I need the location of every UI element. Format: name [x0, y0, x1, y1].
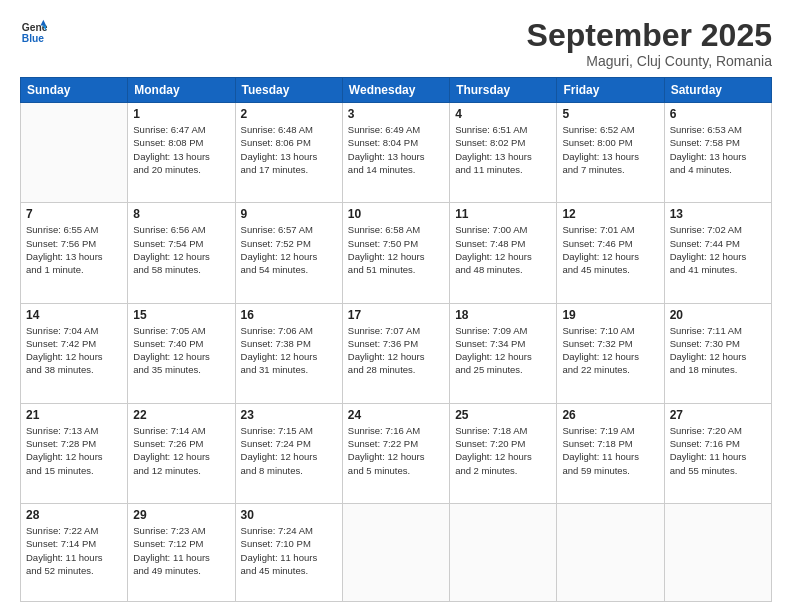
table-row: 28Sunrise: 7:22 AMSunset: 7:14 PMDayligh… — [21, 504, 128, 602]
day-info: Sunrise: 7:24 AMSunset: 7:10 PMDaylight:… — [241, 524, 337, 577]
day-number: 19 — [562, 308, 658, 322]
table-row — [21, 103, 128, 203]
table-row: 30Sunrise: 7:24 AMSunset: 7:10 PMDayligh… — [235, 504, 342, 602]
header-friday: Friday — [557, 78, 664, 103]
day-number: 23 — [241, 408, 337, 422]
table-row: 5Sunrise: 6:52 AMSunset: 8:00 PMDaylight… — [557, 103, 664, 203]
day-number: 22 — [133, 408, 229, 422]
day-info: Sunrise: 7:23 AMSunset: 7:12 PMDaylight:… — [133, 524, 229, 577]
day-number: 5 — [562, 107, 658, 121]
day-info: Sunrise: 7:19 AMSunset: 7:18 PMDaylight:… — [562, 424, 658, 477]
table-row — [450, 504, 557, 602]
day-number: 18 — [455, 308, 551, 322]
day-info: Sunrise: 6:56 AMSunset: 7:54 PMDaylight:… — [133, 223, 229, 276]
day-info: Sunrise: 7:00 AMSunset: 7:48 PMDaylight:… — [455, 223, 551, 276]
table-row: 24Sunrise: 7:16 AMSunset: 7:22 PMDayligh… — [342, 403, 449, 503]
location: Maguri, Cluj County, Romania — [527, 53, 772, 69]
day-number: 9 — [241, 207, 337, 221]
day-info: Sunrise: 7:07 AMSunset: 7:36 PMDaylight:… — [348, 324, 444, 377]
day-number: 20 — [670, 308, 766, 322]
day-info: Sunrise: 6:53 AMSunset: 7:58 PMDaylight:… — [670, 123, 766, 176]
day-info: Sunrise: 7:22 AMSunset: 7:14 PMDaylight:… — [26, 524, 122, 577]
day-number: 29 — [133, 508, 229, 522]
table-row: 2Sunrise: 6:48 AMSunset: 8:06 PMDaylight… — [235, 103, 342, 203]
day-info: Sunrise: 7:14 AMSunset: 7:26 PMDaylight:… — [133, 424, 229, 477]
svg-text:Blue: Blue — [22, 33, 45, 44]
calendar-page: General Blue September 2025 Maguri, Cluj… — [0, 0, 792, 612]
table-row: 23Sunrise: 7:15 AMSunset: 7:24 PMDayligh… — [235, 403, 342, 503]
table-row — [557, 504, 664, 602]
calendar-header-row: Sunday Monday Tuesday Wednesday Thursday… — [21, 78, 772, 103]
table-row — [664, 504, 771, 602]
day-info: Sunrise: 6:49 AMSunset: 8:04 PMDaylight:… — [348, 123, 444, 176]
table-row: 17Sunrise: 7:07 AMSunset: 7:36 PMDayligh… — [342, 303, 449, 403]
table-row: 6Sunrise: 6:53 AMSunset: 7:58 PMDaylight… — [664, 103, 771, 203]
table-row: 16Sunrise: 7:06 AMSunset: 7:38 PMDayligh… — [235, 303, 342, 403]
table-row: 1Sunrise: 6:47 AMSunset: 8:08 PMDaylight… — [128, 103, 235, 203]
table-row: 7Sunrise: 6:55 AMSunset: 7:56 PMDaylight… — [21, 203, 128, 303]
header-sunday: Sunday — [21, 78, 128, 103]
day-info: Sunrise: 7:06 AMSunset: 7:38 PMDaylight:… — [241, 324, 337, 377]
day-info: Sunrise: 7:10 AMSunset: 7:32 PMDaylight:… — [562, 324, 658, 377]
logo: General Blue — [20, 18, 48, 46]
day-number: 16 — [241, 308, 337, 322]
day-info: Sunrise: 7:20 AMSunset: 7:16 PMDaylight:… — [670, 424, 766, 477]
table-row: 19Sunrise: 7:10 AMSunset: 7:32 PMDayligh… — [557, 303, 664, 403]
day-info: Sunrise: 7:15 AMSunset: 7:24 PMDaylight:… — [241, 424, 337, 477]
table-row — [342, 504, 449, 602]
day-info: Sunrise: 6:51 AMSunset: 8:02 PMDaylight:… — [455, 123, 551, 176]
day-info: Sunrise: 6:55 AMSunset: 7:56 PMDaylight:… — [26, 223, 122, 276]
header-tuesday: Tuesday — [235, 78, 342, 103]
month-title: September 2025 — [527, 18, 772, 53]
table-row: 10Sunrise: 6:58 AMSunset: 7:50 PMDayligh… — [342, 203, 449, 303]
day-number: 3 — [348, 107, 444, 121]
table-row: 8Sunrise: 6:56 AMSunset: 7:54 PMDaylight… — [128, 203, 235, 303]
day-info: Sunrise: 7:13 AMSunset: 7:28 PMDaylight:… — [26, 424, 122, 477]
day-number: 28 — [26, 508, 122, 522]
day-info: Sunrise: 7:18 AMSunset: 7:20 PMDaylight:… — [455, 424, 551, 477]
day-info: Sunrise: 7:11 AMSunset: 7:30 PMDaylight:… — [670, 324, 766, 377]
header-thursday: Thursday — [450, 78, 557, 103]
day-info: Sunrise: 6:52 AMSunset: 8:00 PMDaylight:… — [562, 123, 658, 176]
day-number: 13 — [670, 207, 766, 221]
day-info: Sunrise: 6:58 AMSunset: 7:50 PMDaylight:… — [348, 223, 444, 276]
header-saturday: Saturday — [664, 78, 771, 103]
day-info: Sunrise: 7:09 AMSunset: 7:34 PMDaylight:… — [455, 324, 551, 377]
header-wednesday: Wednesday — [342, 78, 449, 103]
day-number: 24 — [348, 408, 444, 422]
day-number: 10 — [348, 207, 444, 221]
day-number: 26 — [562, 408, 658, 422]
day-number: 11 — [455, 207, 551, 221]
table-row: 22Sunrise: 7:14 AMSunset: 7:26 PMDayligh… — [128, 403, 235, 503]
day-info: Sunrise: 7:16 AMSunset: 7:22 PMDaylight:… — [348, 424, 444, 477]
table-row: 27Sunrise: 7:20 AMSunset: 7:16 PMDayligh… — [664, 403, 771, 503]
day-number: 2 — [241, 107, 337, 121]
table-row: 14Sunrise: 7:04 AMSunset: 7:42 PMDayligh… — [21, 303, 128, 403]
header-monday: Monday — [128, 78, 235, 103]
day-number: 7 — [26, 207, 122, 221]
day-number: 8 — [133, 207, 229, 221]
table-row: 25Sunrise: 7:18 AMSunset: 7:20 PMDayligh… — [450, 403, 557, 503]
table-row: 29Sunrise: 7:23 AMSunset: 7:12 PMDayligh… — [128, 504, 235, 602]
table-row: 3Sunrise: 6:49 AMSunset: 8:04 PMDaylight… — [342, 103, 449, 203]
table-row: 9Sunrise: 6:57 AMSunset: 7:52 PMDaylight… — [235, 203, 342, 303]
table-row: 15Sunrise: 7:05 AMSunset: 7:40 PMDayligh… — [128, 303, 235, 403]
day-info: Sunrise: 6:48 AMSunset: 8:06 PMDaylight:… — [241, 123, 337, 176]
day-info: Sunrise: 6:47 AMSunset: 8:08 PMDaylight:… — [133, 123, 229, 176]
calendar-table: Sunday Monday Tuesday Wednesday Thursday… — [20, 77, 772, 602]
table-row: 18Sunrise: 7:09 AMSunset: 7:34 PMDayligh… — [450, 303, 557, 403]
day-number: 27 — [670, 408, 766, 422]
day-number: 12 — [562, 207, 658, 221]
day-number: 17 — [348, 308, 444, 322]
day-number: 21 — [26, 408, 122, 422]
day-number: 4 — [455, 107, 551, 121]
day-number: 6 — [670, 107, 766, 121]
day-number: 25 — [455, 408, 551, 422]
day-number: 15 — [133, 308, 229, 322]
table-row: 11Sunrise: 7:00 AMSunset: 7:48 PMDayligh… — [450, 203, 557, 303]
day-info: Sunrise: 6:57 AMSunset: 7:52 PMDaylight:… — [241, 223, 337, 276]
title-block: September 2025 Maguri, Cluj County, Roma… — [527, 18, 772, 69]
header: General Blue September 2025 Maguri, Cluj… — [20, 18, 772, 69]
day-number: 1 — [133, 107, 229, 121]
table-row: 20Sunrise: 7:11 AMSunset: 7:30 PMDayligh… — [664, 303, 771, 403]
